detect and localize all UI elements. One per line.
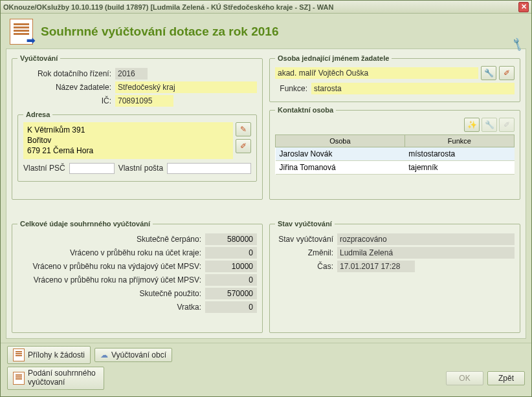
cell-osoba: Jiřina Tomanová [276,161,405,175]
pencil-icon: ✐ [240,142,247,151]
total-label: Vráceno v průběhu roku na příjmový účet … [17,275,201,284]
back-button[interactable]: Zpět [487,371,525,385]
label-cas: Čas: [275,262,333,271]
address-select-button[interactable]: ✎ [236,122,251,136]
legend-vyuctovani: Vyúčtování [17,54,60,62]
osoba-tool-button[interactable]: 🔧 [481,66,496,80]
value-stav: rozpracováno [337,233,515,245]
total-label: Skutečně čerpáno: [17,235,201,244]
page-header: Souhrnné vyúčtování dotace za rok 2016 🔧 [1,14,531,48]
vyuctovani-obci-label: Vyúčtování obcí [111,350,166,359]
footer: Přílohy k žádosti ☁ Vyúčtování obcí Podá… [1,343,531,396]
legend-adresa: Adresa [23,111,52,118]
page-title: Souhrnné vyúčtování dotace za rok 2016 [41,25,278,39]
legend-kontakt: Kontaktní osoba [275,106,336,114]
label-psc: Vlastní PSČ [23,164,65,173]
value-zmenil: Ludmila Zelená [337,247,515,259]
pencil-icon: ✐ [504,120,510,129]
vyuctovani-obci-button[interactable]: ☁ Vyúčtování obcí [94,348,172,362]
contact-add-button[interactable]: ✨ [464,118,480,132]
value-nazev: Středočeský kraj [115,81,257,93]
app-window: OKnouze/OKslužby 10.10.119 (build 17897)… [0,0,532,397]
value-posta[interactable] [167,163,251,174]
total-value: 0 [205,274,257,286]
ok-button: OK [446,371,483,385]
col-funkce: Funkce [405,135,514,147]
value-rok: 2016 [115,68,148,80]
pencil-icon: ✐ [504,69,510,78]
attachments-button[interactable]: Přílohy k žádosti [7,346,91,364]
value-psc[interactable] [69,163,115,174]
group-stav: Stav vyúčtování Stav vyúčtování rozpraco… [269,220,520,333]
total-label: Vráceno v průběhu roku na účet kraje: [17,248,201,257]
label-zmenil: Změnil: [275,248,333,257]
label-nazev: Název žadatele: [17,83,111,92]
table-row[interactable]: Jaroslav Novákmístostarosta [276,147,515,161]
back-label: Zpět [498,374,514,383]
cell-funkce: místostarosta [405,147,514,161]
value-ic: 70891095 [115,95,173,107]
legend-stav: Stav vyúčtování [275,220,335,228]
total-value: 580000 [205,233,257,245]
document-export-icon [10,19,33,45]
total-value: 570000 [205,288,257,299]
col-osoba: Osoba [276,135,405,147]
titlebar: OKnouze/OKslužby 10.10.119 (build 17897)… [1,1,531,14]
total-label: Vráceno v průběhu roku na výdajový účet … [17,262,201,271]
titlebar-text: OKnouze/OKslužby 10.10.119 (build 17897)… [3,3,518,11]
group-osoba-jednajici: Osoba jednající jménem žadatele akad. ma… [269,54,520,102]
address-edit-button[interactable]: ✐ [236,139,251,153]
label-posta: Vlastní pošta [118,164,163,173]
group-kontaktni-osoba: Kontaktní osoba ✨ 🔧 ✐ Osoba Funkce Jaros… [269,106,520,200]
sparkle-icon: ✨ [467,120,477,129]
table-row[interactable]: Jiřina Tomanovátajemník [276,161,515,175]
ok-label: OK [459,374,470,383]
label-stav: Stav vyúčtování [275,235,333,244]
total-value: 0 [205,247,257,259]
total-value: 10000 [205,261,257,272]
content-area: Vyúčtování Rok dotačního řízení: 2016 Ná… [6,48,526,339]
total-label: Vratka: [17,303,201,312]
address-text: K Větrníkům 391Bořitov679 21 Černá Hora [23,122,233,159]
group-adresa: Adresa K Větrníkům 391Bořitov679 21 Čern… [17,111,257,182]
podani-label: Podání souhrnného vyúčtovaní [28,369,98,387]
value-osoba-name: akad. malíř Vojtěch Ouška [275,67,478,79]
document-icon [13,372,25,385]
document-icon [13,349,25,361]
cell-funkce: tajemník [405,161,514,175]
value-funkce: starosta [311,83,515,94]
group-celkove-udaje: Celkové údaje souhrnného vyúčtování Skut… [12,220,263,333]
total-value: 0 [205,301,257,313]
legend-celkove: Celkové údaje souhrnného vyúčtování [17,220,153,228]
wrench-icon: 🔧 [484,69,494,78]
total-label: Skutečně použito: [17,289,201,298]
contact-edit-button: ✐ [499,118,515,132]
contact-tool-button: 🔧 [482,118,497,132]
cell-osoba: Jaroslav Novák [276,147,405,161]
label-ic: IČ: [17,96,111,105]
legend-osoba: Osoba jednající jménem žadatele [275,54,392,62]
group-vyuctovani: Vyúčtování Rok dotačního řízení: 2016 Ná… [12,54,263,200]
attachments-label: Přílohy k žádosti [28,350,85,359]
value-cas: 17.01.2017 17:28 [337,261,415,272]
cloud-icon: ☁ [100,350,108,359]
wrench-icon: 🔧 [485,120,494,129]
label-rok: Rok dotačního řízení: [17,69,111,78]
pointer-icon: ✎ [240,125,247,134]
close-button[interactable]: ✕ [518,2,529,12]
osoba-edit-button[interactable]: ✐ [499,66,515,80]
label-funkce: Funkce: [275,84,307,93]
contact-table[interactable]: Osoba Funkce Jaroslav Novákmístostarosta… [275,134,515,175]
podani-button[interactable]: Podání souhrnného vyúčtovaní [7,367,104,390]
